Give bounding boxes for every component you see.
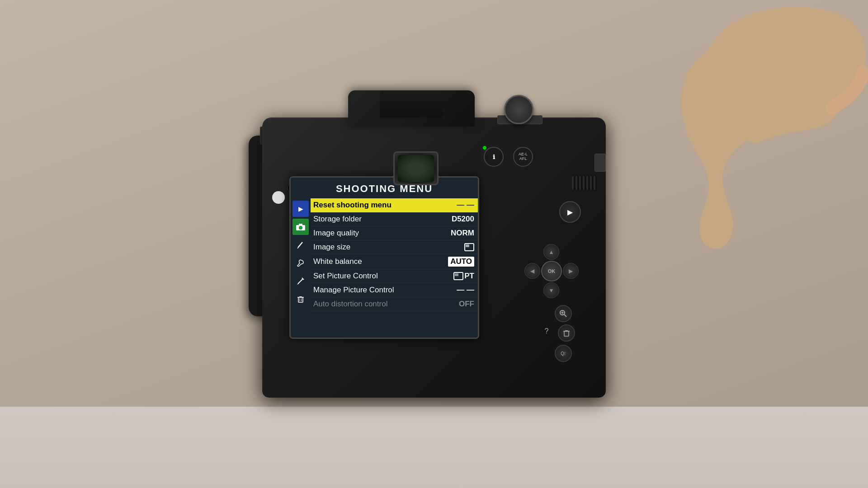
info-button[interactable]: ℹ xyxy=(484,147,504,167)
menu-container: ▶ xyxy=(291,198,478,338)
mode-dial[interactable] xyxy=(504,95,533,124)
zoom-in-button[interactable] xyxy=(555,305,572,322)
sidebar-icon-wrench xyxy=(292,255,309,271)
managepicture-label: Manage Picture Control xyxy=(313,286,394,295)
reset-label: Reset shooting menu xyxy=(313,201,392,210)
info-green-indicator xyxy=(483,146,486,150)
sidebar-icon-pencil xyxy=(292,237,309,253)
size-label: Image size xyxy=(313,243,350,252)
whitebalance-value: AUTO xyxy=(448,257,474,267)
shooting-menu-title: SHOOTING MENU xyxy=(291,178,478,198)
quality-label: Image quality xyxy=(313,229,359,238)
menu-item-size[interactable]: Image size xyxy=(311,240,478,254)
dpad-down-button[interactable]: ▼ xyxy=(543,282,559,298)
sidebar-icon-custom xyxy=(292,273,309,289)
svg-line-4 xyxy=(298,242,302,248)
whitebalance-label: White balance xyxy=(313,257,362,266)
strap-lug-right xyxy=(594,154,606,172)
menu-item-quality[interactable]: Image quality NORM xyxy=(311,226,478,240)
viewfinder-eyepiece xyxy=(393,151,439,185)
svg-point-2 xyxy=(300,227,302,229)
dpad: ▲ ▼ ◀ ▶ OK xyxy=(524,244,579,298)
help-icon: ? xyxy=(545,327,549,335)
sidebar-icon-camera xyxy=(292,219,309,235)
svg-rect-3 xyxy=(299,224,302,225)
quality-value: NORM xyxy=(451,229,474,238)
svg-rect-17 xyxy=(455,273,458,276)
viewfinder-hump xyxy=(380,90,443,117)
info-icon: ℹ xyxy=(493,154,495,160)
menu-item-distortion[interactable]: Auto distortion control OFF xyxy=(311,297,478,311)
help-button[interactable]: ? xyxy=(542,326,552,336)
ae-afl-label: AE-L AFL xyxy=(519,152,528,161)
svg-rect-11 xyxy=(299,296,302,297)
svg-rect-22 xyxy=(564,331,569,336)
delete-button[interactable] xyxy=(558,324,575,342)
dpad-right-button[interactable]: ▶ xyxy=(563,263,579,279)
menu-sidebar: ▶ xyxy=(291,198,311,338)
svg-rect-24 xyxy=(565,330,568,331)
dpad-left-button[interactable]: ◀ xyxy=(524,263,540,279)
ae-afl-button[interactable]: AE-L AFL xyxy=(513,147,533,167)
sidebar-icon-play: ▶ xyxy=(292,201,309,217)
reset-value: — — xyxy=(457,201,474,210)
storage-value: D5200 xyxy=(452,215,474,224)
storage-label: Storage folder xyxy=(313,215,362,224)
svg-rect-15 xyxy=(466,244,469,247)
dpad-up-button[interactable]: ▲ xyxy=(543,244,559,260)
menu-item-managepicture[interactable]: Manage Picture Control — — xyxy=(311,283,478,297)
managepicture-value: — — xyxy=(457,286,474,295)
svg-rect-9 xyxy=(298,297,303,302)
distortion-value: OFF xyxy=(459,300,474,309)
menu-list: Reset shooting menu — — Storage folder D… xyxy=(311,198,478,338)
camera-body: MENU ℹ AE-L AFL SHOOTING MENU ▶ xyxy=(258,90,610,398)
ridged-dial[interactable] xyxy=(572,176,597,190)
menu-item-whitebalance[interactable]: White balance AUTO xyxy=(311,254,478,269)
menu-item-reset[interactable]: Reset shooting menu — — xyxy=(311,198,478,212)
lcd-content: SHOOTING MENU ▶ xyxy=(291,178,478,338)
af-assist-lamp xyxy=(272,191,285,204)
playback-button[interactable]: ▶ xyxy=(559,201,581,223)
picturecontrol-value: PT xyxy=(453,272,474,281)
sidebar-icon-trash xyxy=(292,291,309,307)
menu-item-picturecontrol[interactable]: Set Picture Control PT xyxy=(311,269,478,283)
size-value xyxy=(464,243,474,251)
camera-main-body: MENU ℹ AE-L AFL SHOOTING MENU ▶ xyxy=(262,117,606,398)
svg-line-19 xyxy=(564,314,566,317)
q-custom-button[interactable]: Q⃞ xyxy=(555,345,572,362)
picturecontrol-label: Set Picture Control xyxy=(313,272,378,281)
table-surface xyxy=(0,407,868,488)
viewfinder-inner xyxy=(398,155,434,182)
lcd-screen: SHOOTING MENU ▶ xyxy=(289,176,479,339)
dpad-center-button[interactable]: OK xyxy=(541,261,562,282)
menu-item-storage[interactable]: Storage folder D5200 xyxy=(311,212,478,226)
distortion-label: Auto distortion control xyxy=(313,300,387,309)
